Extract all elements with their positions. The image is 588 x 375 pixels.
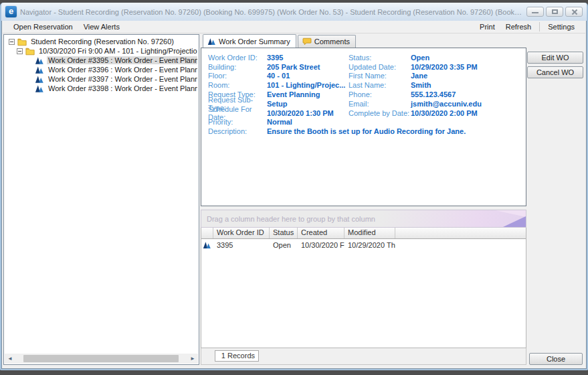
menu-bar: Open Reservation View Alerts Print Refre…	[3, 21, 585, 33]
field-value-room: 101 - Lighting/Projec...	[267, 81, 345, 89]
field-value-request-sub-type: Setup	[267, 100, 288, 108]
workorder-icon	[35, 84, 44, 93]
minimize-icon	[532, 12, 538, 13]
field-label-room: Room:	[208, 81, 267, 89]
cell-created: 10/30/2020 Fri	[298, 240, 345, 250]
work-orders-grid: Work Order ID Status Created Modified 33…	[201, 228, 526, 348]
workorder-icon	[35, 56, 44, 65]
grid-row-3395[interactable]: 3395 Open 10/30/2020 Fri 10/29/2020 Thu	[201, 239, 526, 250]
cell-modified: 10/29/2020 Thu	[345, 240, 395, 250]
field-label-first-name: First Name:	[349, 72, 411, 80]
record-count: 1 Records	[215, 350, 259, 362]
grid-header-icon-column	[201, 228, 213, 238]
tree-node-label: Work Order #3396 : Work Order - Event Pl…	[47, 66, 197, 74]
tab-label: Work Order Summary	[219, 38, 290, 46]
menu-divider	[539, 22, 540, 31]
tree-node-label: Student Recording (Reservation No. 97260…	[29, 38, 175, 46]
field-label-floor: Floor:	[208, 72, 267, 80]
scrollbar-thumb[interactable]	[23, 355, 179, 362]
grid-header-created[interactable]: Created	[298, 228, 345, 238]
tree-node-reservation[interactable]: Student Recording (Reservation No. 97260…	[9, 37, 197, 46]
grid-header-row: Work Order ID Status Created Modified	[201, 228, 526, 239]
field-label-updated-date: Updated Date:	[349, 63, 411, 71]
tree-node-label: Work Order #3395 : Work Order - Event Pl…	[47, 56, 197, 64]
field-label-phone: Phone:	[349, 90, 411, 98]
tree-node-workorder-3397[interactable]: Work Order #3397 : Work Order - Event Pl…	[35, 74, 197, 84]
group-by-hint-text: Drag a column header here to group by th…	[207, 215, 375, 223]
close-button[interactable]: Close	[529, 353, 583, 365]
field-value-request-type: Event Planning	[267, 90, 320, 98]
summary-right-column: Status:Open Updated Date:10/29/2020 3:35…	[349, 53, 524, 118]
close-window-button[interactable]	[565, 7, 583, 17]
grid-header-status[interactable]: Status	[270, 228, 298, 238]
tree-horizontal-scrollbar[interactable]: ◄ ►	[5, 354, 198, 364]
field-label-email: Email:	[349, 100, 411, 108]
cell-work-order-id: 3395	[213, 240, 270, 250]
tree-node-workorder-3395[interactable]: Work Order #3395 : Work Order - Event Pl…	[35, 56, 197, 65]
field-value-complete-by-date: 10/30/2020 2:00 PM	[411, 109, 478, 117]
cell-status: Open	[270, 240, 298, 250]
cell-filler	[395, 244, 526, 246]
tree-node-label: Work Order #3398 : Work Order - Event Pl…	[47, 84, 197, 92]
close-icon	[566, 7, 582, 16]
reservation-tree-panel: Student Recording (Reservation No. 97260…	[3, 34, 199, 365]
field-label-status: Status:	[349, 54, 411, 62]
field-value-phone: 555.123.4567	[411, 90, 456, 98]
grid-header-work-order-id[interactable]: Work Order ID	[213, 228, 270, 238]
field-label-complete-by-date: Complete by Date:	[349, 109, 411, 117]
workorder-icon	[35, 75, 44, 84]
detail-tabs: Work Order Summary Comments	[203, 35, 357, 48]
tree-node-label: 10/30/2020 Fri 9:00 AM - 101 - Lighting/…	[37, 47, 197, 55]
menu-refresh[interactable]: Refresh	[500, 21, 537, 32]
tree-node-workorder-3398[interactable]: Work Order #3398 : Work Order - Event Pl…	[35, 84, 197, 93]
field-value-first-name: Jane	[411, 72, 427, 80]
window-title: Navigator - Student Recording (Reservati…	[20, 8, 522, 16]
group-by-bar[interactable]: Drag a column header here to group by th…	[201, 210, 526, 228]
workorder-icon	[35, 66, 44, 74]
reservation-tree: Student Recording (Reservation No. 97260…	[5, 37, 197, 354]
tab-comments[interactable]: Comments	[298, 35, 356, 48]
workorder-icon	[201, 240, 213, 250]
workorder-icon	[207, 38, 216, 46]
field-label-priority: Priority:	[208, 118, 267, 126]
scroll-left-icon[interactable]: ◄	[5, 354, 15, 364]
app-logo-icon: e	[5, 6, 17, 17]
maximize-icon	[552, 9, 558, 14]
field-value-work-order-id: 3395	[267, 54, 283, 62]
maximize-button[interactable]	[546, 7, 563, 17]
collapse-icon[interactable]	[9, 39, 15, 45]
tab-work-order-summary[interactable]: Work Order Summary	[203, 34, 296, 48]
grid-header-filler	[395, 228, 526, 238]
menu-view-alerts[interactable]: View Alerts	[78, 21, 125, 32]
collapse-icon[interactable]	[17, 48, 23, 54]
field-value-schedule-for-date: 10/30/2020 1:30 PM	[267, 109, 334, 117]
groupbar-decoration	[503, 216, 526, 227]
field-value-priority: Normal	[267, 118, 292, 126]
tree-node-label: Work Order #3397 : Work Order - Event Pl…	[47, 75, 197, 83]
menu-settings[interactable]: Settings	[543, 21, 580, 32]
tree-node-workorder-3396[interactable]: Work Order #3396 : Work Order - Event Pl…	[35, 65, 197, 74]
work-order-summary-panel: Work Order ID:3395 Building:205 Park Str…	[201, 48, 526, 206]
folder-icon	[25, 47, 35, 56]
field-label-work-order-id: Work Order ID:	[208, 54, 267, 62]
tab-label: Comments	[314, 38, 350, 46]
title-bar[interactable]: e Navigator - Student Recording (Reserva…	[1, 3, 587, 21]
menu-print[interactable]: Print	[474, 21, 500, 32]
grid-header-modified[interactable]: Modified	[345, 228, 395, 238]
field-value-updated-date: 10/29/2020 3:35 PM	[411, 63, 478, 71]
scroll-right-icon[interactable]: ►	[187, 354, 198, 364]
cancel-wo-button[interactable]: Cancel WO	[527, 66, 583, 78]
field-value-building: 205 Park Street	[267, 63, 320, 71]
grid-footer-bar: 1 Records	[201, 348, 526, 365]
field-label-last-name: Last Name:	[349, 81, 411, 89]
field-value-floor: 40 - 01	[267, 72, 290, 80]
minimize-button[interactable]	[526, 7, 544, 17]
folder-icon	[17, 38, 27, 46]
edit-wo-button[interactable]: Edit WO	[527, 52, 583, 64]
comment-bubble-icon	[302, 38, 312, 46]
screen: e Navigator - Student Recording (Reserva…	[0, 0, 588, 375]
field-value-email: jsmith@accuniv.edu	[411, 100, 482, 108]
tree-node-booking[interactable]: 10/30/2020 Fri 9:00 AM - 101 - Lighting/…	[17, 46, 197, 56]
field-label-building: Building:	[208, 63, 267, 71]
menu-open-reservation[interactable]: Open Reservation	[8, 21, 78, 32]
